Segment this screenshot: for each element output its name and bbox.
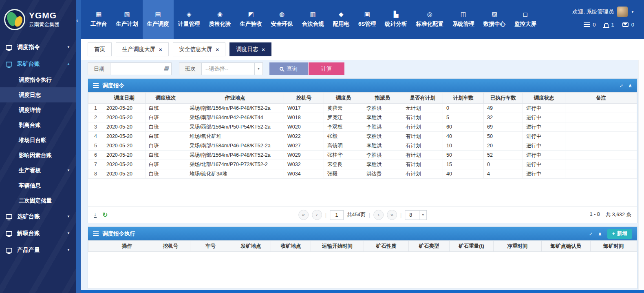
sidebar-item[interactable]: 采矿台账▲	[0, 55, 76, 72]
sidebar-item[interactable]: 影响因素台账	[0, 148, 76, 163]
expand-icon[interactable]: ↕	[588, 231, 594, 237]
topnav-item[interactable]: ◩生产验收	[236, 0, 267, 39]
sidebar-item[interactable]: 生产看板▼	[0, 163, 76, 178]
badge-list-badge[interactable]: 0	[584, 22, 595, 28]
list-badge-icon	[584, 22, 590, 27]
table-cell: 有计划	[402, 160, 443, 169]
tab-item[interactable]: 安全信息大屏×	[173, 42, 226, 56]
table-cell: W020	[284, 122, 324, 132]
page-size-select[interactable]: 8 ▼	[405, 210, 427, 220]
table-row[interactable]: 62020-05-20白班采场/南部/1564m/P46-P48/KT52-2a…	[88, 151, 637, 160]
topnav-item[interactable]: ▤生产调度	[143, 0, 174, 39]
badge-bell[interactable]: 1	[604, 22, 614, 28]
table-cell: 2020-05-20	[103, 141, 146, 151]
topnav-item[interactable]: ▣6S管理	[354, 0, 381, 39]
panel-title: 调度指令执行	[102, 230, 135, 238]
refresh-icon[interactable]: ↻	[102, 212, 108, 218]
topnav-item[interactable]: ▥合法合规	[298, 0, 329, 39]
filter-bar: 日期 ▦ 班次 --请选择-- ▼ 查询 计算	[81, 60, 644, 78]
horizontal-scrollbar[interactable]	[81, 290, 644, 293]
panel-title: 调度指令	[102, 82, 124, 89]
panel-tools: ↕ ∧ + 新增	[590, 229, 632, 239]
sidebar-item[interactable]: 调度详情	[0, 102, 76, 118]
tab-item[interactable]: 首页	[88, 42, 112, 56]
topnav-item[interactable]: ▙统计分析	[381, 0, 412, 39]
column-header: 挖机号	[284, 93, 324, 104]
date-input[interactable]: ▦	[110, 62, 172, 75]
table-cell	[565, 104, 637, 113]
table-cell: 有计划	[402, 122, 443, 132]
table-row[interactable]: 32020-05-20白班采场/西部/1564m/P50-P54/KT52-2a…	[88, 122, 637, 132]
topnav-item[interactable]: ◻监控大屏	[510, 0, 541, 39]
table-row[interactable]: 12020-05-20白班采场/南部/1564m/P46-P48/KT52-2a…	[88, 104, 637, 113]
collapse-chevron-icon[interactable]: ‹	[76, 17, 78, 24]
table-row[interactable]: 22020-05-20白班采场/南部/1634m/P42-P46/KT44W01…	[88, 113, 637, 122]
add-button[interactable]: + 新增	[607, 229, 632, 239]
vertical-scrollbar[interactable]	[638, 60, 644, 290]
sidebar-item[interactable]: 调度指令执行	[0, 72, 76, 87]
sidebar-item[interactable]: 选矿台账▼	[0, 208, 76, 225]
sidebar-item[interactable]: 二次固定储量	[0, 193, 76, 208]
column-header	[88, 241, 103, 252]
calendar-icon[interactable]: ▦	[164, 65, 169, 71]
sidebar-item[interactable]: 车辆信息	[0, 178, 76, 193]
topnav-item[interactable]: ◈计量管理	[174, 0, 205, 39]
close-icon[interactable]: ×	[216, 47, 219, 53]
last-page-button[interactable]: »	[387, 210, 397, 220]
table-cell: 2020-05-20	[103, 151, 146, 160]
table-cell: 40	[443, 169, 484, 179]
column-header: 调度状态	[523, 93, 565, 104]
quality-inspection-icon: ◉	[217, 11, 223, 17]
tab-item[interactable]: 生产调度大屏×	[116, 42, 169, 56]
table-cell: 2020-05-20	[103, 160, 146, 169]
logo-text: YGMG 云南黄金集团	[29, 11, 60, 28]
tab-bar: 首页生产调度大屏×安全信息大屏×调度日志×	[81, 39, 644, 60]
topnav-item[interactable]: ◆配用电	[329, 0, 354, 39]
monitor-screen-icon: ◻	[523, 11, 528, 17]
topnav-item[interactable]: ▨数据中心	[479, 0, 510, 39]
expand-icon[interactable]: ↕	[618, 82, 624, 89]
sidebar-item[interactable]: 解吸台账▼	[0, 225, 76, 242]
close-icon[interactable]: ×	[262, 47, 265, 53]
table-cell: 32	[484, 113, 523, 122]
badge-mail[interactable]: 0	[622, 22, 634, 28]
topnav-item[interactable]: ▧生产计划	[112, 0, 143, 39]
column-header: 卸矿时间	[591, 241, 637, 252]
avatar[interactable]	[617, 7, 628, 17]
table-row[interactable]: 42020-05-20白班堆场/氧化矿堆W022张毅李胜洪有计划4050进行中	[88, 132, 637, 141]
table-row[interactable]: 72020-05-20白班采场/北部/1674m/P70-P72/KT52-2W…	[88, 160, 637, 169]
download-icon[interactable]: ↓	[94, 212, 97, 218]
date-label: 日期	[88, 62, 110, 75]
shift-select[interactable]: --请选择-- ▼	[202, 62, 263, 75]
query-button[interactable]: 查询	[269, 62, 308, 75]
table-cell: 宋登良	[324, 160, 363, 169]
close-icon[interactable]: ×	[159, 47, 162, 53]
topnav-item[interactable]: ▦工作台	[86, 0, 112, 39]
collapse-panel-icon[interactable]: ∧	[628, 83, 632, 89]
table-row[interactable]: 52020-05-20白班采场/南部/1584m/P46-P48/KT52-2a…	[88, 141, 637, 151]
topnav-item[interactable]: ◫系统管理	[448, 0, 479, 39]
page-number-input[interactable]: 1	[330, 210, 344, 220]
table-row[interactable]: 82020-05-20白班堆场/硫化矿3#堆W034张毅洪达贵有计划404进行中	[88, 169, 637, 179]
sidebar-item[interactable]: 产品产量▼	[0, 242, 76, 258]
next-page-button[interactable]: ›	[373, 210, 384, 220]
sidebar-item[interactable]: 堆场日台帐	[0, 133, 76, 148]
sidebar-item[interactable]: 剥离台账	[0, 118, 76, 133]
sidebar-collapse-strip[interactable]: ‹	[76, 0, 81, 293]
user-caret-icon[interactable]: ▼	[631, 10, 634, 14]
topnav-item-label: 计量管理	[178, 20, 200, 28]
table-cell: 4	[88, 132, 103, 141]
table-cell: 白班	[146, 104, 186, 113]
welcome-row: 欢迎, 系统管理员 ▼	[572, 7, 634, 17]
prev-page-button[interactable]: ‹	[312, 210, 322, 220]
topnav-item[interactable]: ◎标准化配置	[412, 0, 448, 39]
tab-item[interactable]: 调度日志×	[229, 42, 271, 56]
first-page-button[interactable]: «	[298, 210, 309, 220]
topnav-item[interactable]: ◍安全环保	[267, 0, 298, 39]
sidebar-item[interactable]: 调度日志	[0, 87, 76, 102]
topnav-item[interactable]: ◉质检化验	[205, 0, 236, 39]
collapse-panel-icon[interactable]: ∧	[598, 231, 602, 237]
tab-label: 调度日志	[236, 46, 258, 53]
calc-button[interactable]: 计算	[309, 62, 344, 75]
sidebar-item[interactable]: 调度指令▼	[0, 39, 76, 55]
